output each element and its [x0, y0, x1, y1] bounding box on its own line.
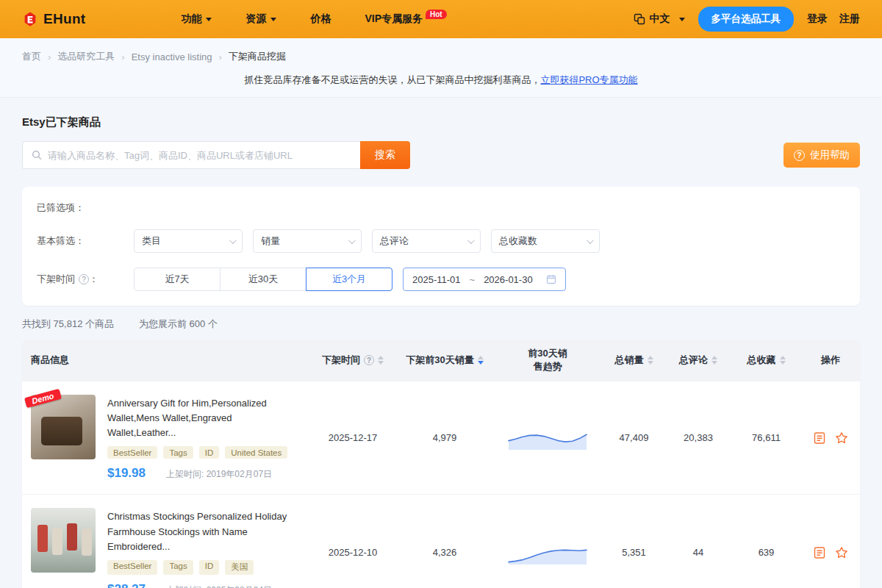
- pro-upgrade-link[interactable]: 立即获得PRO专属功能: [540, 74, 637, 85]
- table-row: Christmas Stockings Personalized Holiday…: [22, 494, 860, 588]
- breadcrumb-current: 下架商品挖掘: [229, 50, 286, 63]
- delist-time-value: 2025-12-17: [309, 432, 397, 443]
- category-dropdown[interactable]: 类目: [134, 229, 243, 253]
- selected-filters-label: 已筛选项：: [37, 201, 134, 215]
- date-from[interactable]: 2025-11-01: [412, 274, 461, 285]
- sort-icon[interactable]: [711, 356, 717, 365]
- time-option-3m[interactable]: 近3个月: [306, 268, 392, 291]
- chevron-down-icon: [679, 18, 685, 21]
- sales-30d-value: 4,979: [397, 432, 492, 443]
- breadcrumb-etsy-inactive[interactable]: Etsy inactive listing: [132, 51, 212, 62]
- header-trend: 前30天销售趋势: [492, 347, 603, 373]
- help-button[interactable]: ? 使用帮助: [784, 143, 860, 168]
- question-circle-icon: ?: [794, 150, 805, 161]
- search-input[interactable]: [48, 150, 351, 161]
- row-actions: [801, 431, 860, 445]
- tag-chip: United States: [225, 446, 287, 459]
- product-image[interactable]: [31, 508, 96, 573]
- navbar-right: 中文 多平台选品工具 登录 注册: [634, 7, 861, 32]
- promo-text: 抓住竞品库存准备不足或运营的失误，从已下架商品中挖掘利基商品，: [244, 74, 540, 85]
- header-total-favorites: 总收藏: [731, 354, 801, 367]
- demo-badge: Demo: [24, 389, 62, 408]
- trend-sparkline: [507, 426, 588, 451]
- favorites-dropdown[interactable]: 总收藏数: [491, 229, 600, 253]
- favorite-star-icon[interactable]: [835, 546, 848, 559]
- chevron-down-icon: [348, 237, 356, 244]
- reviews-dropdown[interactable]: 总评论: [372, 229, 481, 253]
- search-button[interactable]: 搜索: [360, 141, 410, 169]
- sort-icon[interactable]: [478, 356, 484, 365]
- menu-item-features[interactable]: 功能: [181, 12, 212, 26]
- results-table: 商品信息 下架时间 ? 下架前30天销量 前30天销售趋势 总销量 总评论 总收…: [22, 340, 860, 588]
- favorite-star-icon[interactable]: [835, 431, 848, 445]
- hot-badge: Hot: [426, 10, 447, 19]
- login-link[interactable]: 登录: [807, 12, 828, 26]
- breadcrumb-separator: ›: [121, 51, 124, 62]
- product-price: $28.27: [107, 582, 146, 588]
- language-icon: [634, 13, 645, 25]
- showing-count-text: 为您展示前 600 个: [139, 318, 218, 331]
- tag-chip: Tags: [163, 560, 193, 575]
- listed-time: 上架时间: 2019年02月07日: [166, 468, 272, 481]
- register-link[interactable]: 注册: [839, 12, 860, 26]
- total-reviews-value: 44: [665, 547, 731, 558]
- table-header-row: 商品信息 下架时间 ? 下架前30天销量 前30天销售趋势 总销量 总评论 总收…: [22, 340, 860, 381]
- date-range-picker[interactable]: 2025-11-01 ~ 2026-01-30: [403, 268, 566, 291]
- page-title: Etsy已下架商品: [22, 115, 860, 129]
- sales-dropdown[interactable]: 销量: [253, 229, 362, 253]
- info-question-icon: ?: [79, 274, 89, 284]
- chevron-down-icon: [229, 237, 237, 244]
- breadcrumb-separator: ›: [48, 51, 51, 62]
- tag-chip: ID: [199, 446, 220, 459]
- product-tags: BestSeller Tags ID 美国: [107, 560, 309, 575]
- tag-chip: BestSeller: [107, 446, 157, 459]
- menu-item-resources[interactable]: 资源: [245, 12, 276, 26]
- language-switcher[interactable]: 中文: [634, 12, 685, 26]
- sort-icon[interactable]: [648, 356, 653, 365]
- listing-analysis-icon[interactable]: [813, 546, 826, 559]
- sort-icon[interactable]: [378, 356, 384, 365]
- total-sales-value: 47,409: [603, 432, 665, 443]
- product-title[interactable]: Christmas Stockings Personalized Holiday…: [107, 509, 309, 553]
- date-to[interactable]: 2026-01-30: [484, 274, 533, 285]
- total-reviews-value: 20,383: [665, 432, 731, 443]
- top-navbar: EHunt 功能 资源 价格 VIP专属服务Hot 中文 多平台选品工具 登录 …: [0, 0, 882, 38]
- delist-time-filter-label: 下架时间 ? ：: [37, 273, 134, 286]
- total-favorites-value: 76,611: [731, 432, 801, 443]
- tag-chip: ID: [199, 560, 220, 575]
- breadcrumb-home[interactable]: 首页: [22, 50, 41, 63]
- listed-time: 上架时间: 2025年08月04日: [166, 584, 272, 588]
- tag-chip: Tags: [163, 446, 193, 459]
- tag-chip: 美国: [225, 560, 254, 575]
- multi-platform-tools-button[interactable]: 多平台选品工具: [698, 7, 795, 32]
- header-total-sales: 总销量: [603, 354, 665, 367]
- product-title[interactable]: Anniversary Gift for Him,Personalized Wa…: [107, 396, 309, 440]
- trend-sparkline: [507, 540, 588, 565]
- header-actions: 操作: [801, 354, 860, 367]
- menu-item-pricing[interactable]: 价格: [310, 12, 331, 26]
- search-row: 搜索 ? 使用帮助: [22, 141, 860, 169]
- header-delist-time: 下架时间 ?: [309, 354, 397, 367]
- header-sales-30d: 下架前30天销量: [397, 354, 492, 367]
- result-summary: 共找到 75,812 个商品 为您展示前 600 个: [22, 318, 860, 331]
- chevron-down-icon: [206, 18, 212, 21]
- menu-item-vip[interactable]: VIP专属服务Hot: [365, 12, 446, 26]
- calendar-icon: [546, 274, 556, 284]
- filter-panel: 已筛选项： 基本筛选： 类目 销量 总评论 总收藏数 下架时间 ? ： 近7天 …: [22, 187, 860, 306]
- listing-analysis-icon[interactable]: [813, 431, 826, 445]
- info-question-icon: ?: [364, 355, 374, 365]
- breadcrumb: 首页 › 选品研究工具 › Etsy inactive listing › 下架…: [0, 38, 882, 63]
- table-row: Demo Anniversary Gift for Him,Personaliz…: [22, 381, 860, 494]
- search-icon: [32, 150, 42, 160]
- search-box: [22, 141, 360, 169]
- sort-icon[interactable]: [780, 356, 786, 365]
- time-option-30d[interactable]: 近30天: [220, 268, 306, 291]
- row-actions: [801, 546, 860, 559]
- product-image[interactable]: Demo: [31, 395, 96, 459]
- ehunt-logo[interactable]: EHunt: [22, 11, 85, 27]
- time-option-7d[interactable]: 近7天: [134, 268, 220, 291]
- product-price: $19.98: [107, 466, 146, 481]
- breadcrumb-research-tools[interactable]: 选品研究工具: [57, 50, 115, 63]
- header-total-reviews: 总评论: [665, 354, 731, 367]
- found-count-text: 共找到 75,812 个商品: [22, 318, 114, 331]
